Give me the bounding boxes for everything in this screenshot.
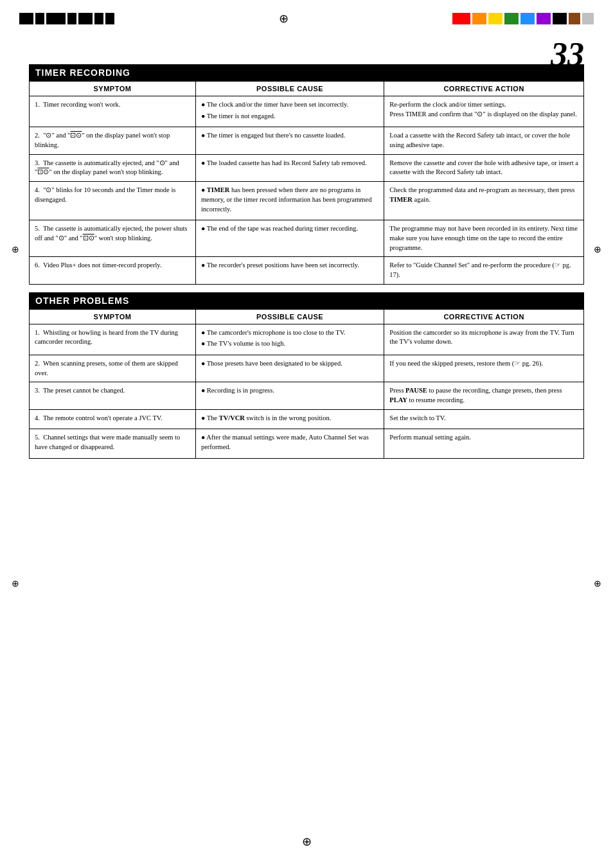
symptom-cell: 5. Channel settings that were made manua… — [30, 429, 196, 458]
left-crosshair-mid: ⊕ — [12, 244, 19, 255]
cause-cell: The TV/VCR switch is in the wrong positi… — [195, 409, 384, 429]
action-cell: If you need the skipped presets, restore… — [384, 355, 584, 382]
cause-bullet: TIMER has been pressed when there are no… — [201, 186, 378, 214]
symptom-cell: 1. Timer recording won't work. — [30, 96, 196, 127]
color-bar-green — [504, 13, 519, 24]
reg-bar-1 — [19, 13, 33, 24]
timer-col-symptom: SYMPTOM — [30, 82, 196, 96]
table-row: 4. "⊙" blinks for 10 seconds and the Tim… — [30, 182, 584, 220]
action-cell: Press PAUSE to pause the recording, chan… — [384, 382, 584, 409]
table-row: 3. The preset cannot be changed. Recordi… — [30, 382, 584, 409]
table-row: 3. The cassette is automatically ejected… — [30, 154, 584, 181]
cause-bullet: The end of the tape was reached during t… — [201, 224, 378, 234]
cause-cell: Recording is in progress. — [195, 382, 384, 409]
cause-bullet: The TV's volume is too high. — [201, 339, 378, 349]
action-cell: Set the switch to TV. — [384, 409, 584, 429]
symptom-cell: 5. The cassette is automatically ejected… — [30, 220, 196, 257]
action-cell: Remove the cassette and cover the hole w… — [384, 154, 584, 181]
action-cell: Perform manual setting again. — [384, 429, 584, 458]
symptom-cell: 1. Whistling or howling is heard from th… — [30, 324, 196, 355]
cause-bullet: The camcorder's microphone is too close … — [201, 328, 378, 338]
action-cell: Check the programmed data and re-program… — [384, 182, 584, 220]
symptom-cell: 3. The preset cannot be changed. — [30, 382, 196, 409]
other-col-symptom: SYMPTOM — [30, 309, 196, 324]
symptom-cell: 4. "⊙" blinks for 10 seconds and the Tim… — [30, 182, 196, 220]
symptom-cell: 2. When scanning presets, some of them a… — [30, 355, 196, 382]
top-crosshair: ⊕ — [114, 12, 452, 26]
reg-bar-6 — [94, 13, 103, 24]
table-row: 2. When scanning presets, some of them a… — [30, 355, 584, 382]
color-bar-purple — [537, 13, 551, 24]
other-section-header: OTHER PROBLEMS — [29, 292, 584, 309]
cause-cell: After the manual settings were made, Aut… — [195, 429, 384, 458]
color-bar-blue — [520, 13, 535, 24]
color-bar-red — [452, 13, 470, 24]
reg-bar-7 — [105, 13, 114, 24]
cause-cell: TIMER has been pressed when there are no… — [195, 182, 384, 220]
action-cell: Refer to "Guide Channel Set" and re-perf… — [384, 257, 584, 284]
main-content: TIMER RECORDING SYMPTOM POSSIBLE CAUSE C… — [29, 64, 584, 466]
cause-bullet: Recording is in progress. — [201, 386, 378, 396]
table-row: 4. The remote control won't operate a JV… — [30, 409, 584, 429]
table-row: 1. Whistling or howling is heard from th… — [30, 324, 584, 355]
cause-cell: Those presets have been designated to be… — [195, 355, 384, 382]
color-bar-silver — [582, 13, 594, 24]
symptom-cell: 3. The cassette is automatically ejected… — [30, 154, 196, 181]
timer-table: SYMPTOM POSSIBLE CAUSE CORRECTIVE ACTION… — [29, 81, 584, 285]
right-crosshair-mid: ⊕ — [594, 244, 601, 255]
cause-bullet: The clock and/or the timer have been set… — [201, 100, 378, 110]
color-bar-black — [553, 13, 567, 24]
cause-bullet: The timer is engaged but there's no cass… — [201, 131, 378, 141]
table-row: 5. Channel settings that were made manua… — [30, 429, 584, 458]
action-cell: Load a cassette with the Record Safety t… — [384, 127, 584, 154]
reg-bar-2 — [35, 13, 44, 24]
other-col-cause: POSSIBLE CAUSE — [195, 309, 384, 324]
table-row: 1. Timer recording won't work. The clock… — [30, 96, 584, 127]
cause-bullet: After the manual settings were made, Aut… — [201, 433, 378, 452]
other-col-action: CORRECTIVE ACTION — [384, 309, 584, 324]
cause-bullet: Those presets have been designated to be… — [201, 359, 378, 369]
color-bar-yellow — [488, 13, 502, 24]
reg-bar-4 — [67, 13, 76, 24]
cause-cell: The clock and/or the timer have been set… — [195, 96, 384, 127]
left-crosshair-lower: ⊕ — [12, 578, 19, 589]
timer-section-header: TIMER RECORDING — [29, 64, 584, 81]
reg-bar-3 — [46, 13, 66, 24]
other-table: SYMPTOM POSSIBLE CAUSE CORRECTIVE ACTION… — [29, 309, 584, 459]
color-bar-brown — [569, 13, 580, 24]
color-bar-orange — [472, 13, 486, 24]
table-row: 2. "⊙" and "⊡⊙" on the display panel won… — [30, 127, 584, 154]
symptom-cell: 6. Video Plus+ does not timer-record pro… — [30, 257, 196, 284]
cause-bullet: The recorder's preset positions have bee… — [201, 261, 378, 270]
cause-cell: The end of the tape was reached during t… — [195, 220, 384, 257]
right-crosshair-lower: ⊕ — [594, 578, 601, 589]
symptom-cell: 2. "⊙" and "⊡⊙" on the display panel won… — [30, 127, 196, 154]
action-cell: Re-perform the clock and/or timer settin… — [384, 96, 584, 127]
action-cell: Position the camcorder so its microphone… — [384, 324, 584, 355]
black-registration-bars — [19, 13, 114, 24]
cause-cell: The loaded cassette has had its Record S… — [195, 154, 384, 181]
cause-cell: The recorder's preset positions have bee… — [195, 257, 384, 284]
cause-cell: The timer is engaged but there's no cass… — [195, 127, 384, 154]
top-registration-bar: ⊕ — [0, 12, 613, 26]
bottom-crosshair: ⊕ — [0, 835, 613, 849]
cause-bullet: The TV/VCR switch is in the wrong positi… — [201, 414, 378, 423]
symptom-cell: 4. The remote control won't operate a JV… — [30, 409, 196, 429]
action-cell: The programme may not have been recorded… — [384, 220, 584, 257]
timer-col-cause: POSSIBLE CAUSE — [195, 82, 384, 96]
cause-bullet: The timer is not engaged. — [201, 112, 378, 121]
reg-bar-5 — [78, 13, 93, 24]
cause-bullet: The loaded cassette has had its Record S… — [201, 159, 378, 168]
table-row: 6. Video Plus+ does not timer-record pro… — [30, 257, 584, 284]
color-registration-bars — [452, 13, 594, 24]
table-row: 5. The cassette is automatically ejected… — [30, 220, 584, 257]
timer-col-action: CORRECTIVE ACTION — [384, 82, 584, 96]
cause-cell: The camcorder's microphone is too close … — [195, 324, 384, 355]
